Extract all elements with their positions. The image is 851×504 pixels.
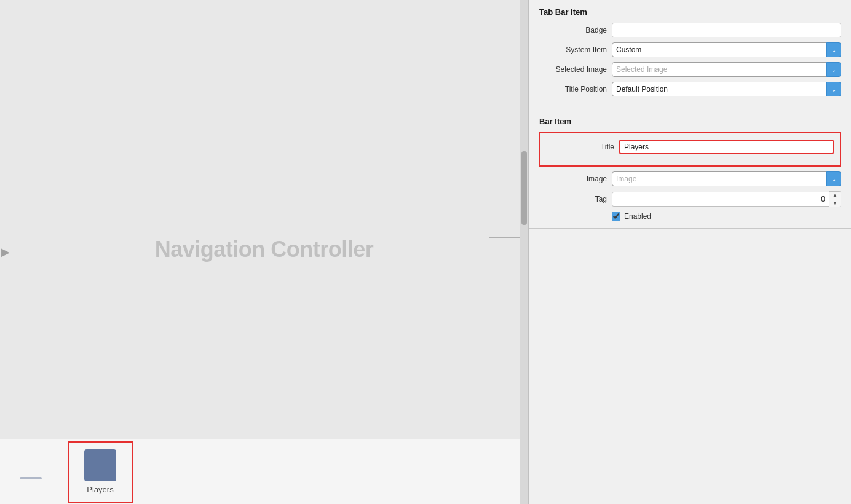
title-position-dropdown-wrapper: Default Position ⌄ [612, 82, 841, 96]
selected-image-dropdown[interactable]: Selected Image [612, 62, 841, 77]
system-item-dropdown[interactable]: Custom [612, 42, 841, 57]
tag-wrapper: ▲ ▼ [612, 191, 841, 207]
bar-item-tag-input[interactable] [612, 192, 829, 207]
players-tab-icon [84, 449, 116, 481]
inspector-bottom [529, 229, 851, 504]
left-arrow-icon[interactable]: ▶ [0, 243, 11, 261]
title-position-row: Title Position Default Position ⌄ [539, 82, 841, 96]
inspector-panel: Tab Bar Item Badge System Item Custom ⌄ … [529, 0, 851, 504]
tag-increment-button[interactable]: ▲ [829, 192, 841, 199]
scrollbar-thumb[interactable] [521, 151, 527, 225]
bar-item-highlighted-box: Title [539, 132, 841, 167]
bar-item-title-label: Title [547, 143, 614, 151]
bar-item-tag-row: Tag ▲ ▼ [539, 191, 841, 207]
bar-item-tag-label: Tag [539, 195, 607, 203]
title-position-dropdown[interactable]: Default Position [612, 82, 841, 96]
nav-controller-label: Navigation Controller [155, 237, 374, 262]
placeholder-icon [20, 477, 42, 479]
enabled-label: Enabled [624, 212, 651, 221]
connector-line [489, 237, 520, 238]
bar-item-title-row: Title [547, 140, 834, 154]
badge-label: Badge [539, 26, 607, 34]
tab-bar-item-section-title: Tab Bar Item [539, 7, 841, 17]
enabled-checkbox[interactable] [612, 212, 620, 221]
bar-item-section: Bar Item Title Image Image ⌄ Tag [529, 109, 851, 229]
bar-item-section-title: Bar Item [539, 117, 841, 126]
tab-bar-item-section: Tab Bar Item Badge System Item Custom ⌄ … [529, 0, 851, 109]
scrollbar-track[interactable] [520, 0, 528, 504]
tag-spinner: ▲ ▼ [829, 191, 841, 207]
bar-item-image-dropdown[interactable]: Image [612, 171, 841, 186]
selected-image-row: Selected Image Selected Image ⌄ [539, 62, 841, 77]
badge-row: Badge [539, 23, 841, 37]
canvas-area: ▶ Navigation Controller Players [0, 0, 529, 504]
selected-image-label: Selected Image [539, 65, 607, 74]
bar-item-title-input[interactable] [619, 140, 834, 154]
system-item-label: System Item [539, 45, 607, 54]
canvas-background: ▶ Navigation Controller Players [0, 0, 529, 504]
system-item-row: System Item Custom ⌄ [539, 42, 841, 57]
enabled-row: Enabled [612, 212, 841, 221]
bar-item-image-label: Image [539, 175, 607, 183]
bar-item-image-dropdown-wrapper: Image ⌄ [612, 171, 841, 186]
players-tab-label: Players [87, 485, 113, 494]
system-item-dropdown-wrapper: Custom ⌄ [612, 42, 841, 57]
badge-input[interactable] [612, 23, 841, 37]
tab-item-players[interactable]: Players [68, 441, 133, 503]
selected-image-dropdown-wrapper: Selected Image ⌄ [612, 62, 841, 77]
tab-bar: Players [0, 439, 528, 504]
tab-item-placeholder [6, 447, 55, 497]
tag-decrement-button[interactable]: ▼ [829, 199, 841, 207]
title-position-label: Title Position [539, 85, 607, 93]
bar-item-image-row: Image Image ⌄ [539, 171, 841, 186]
